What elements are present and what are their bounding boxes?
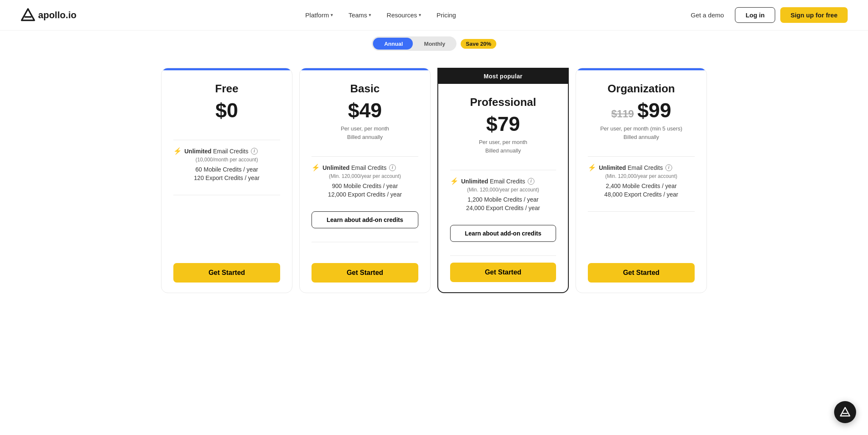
- svg-marker-0: [22, 9, 34, 20]
- lightning-icon: ⚡: [450, 177, 459, 185]
- nav-item-pricing[interactable]: Pricing: [431, 8, 462, 22]
- nav-item-teams[interactable]: Teams ▾: [342, 8, 377, 22]
- email-credit-note: (10,000/month per account): [173, 157, 280, 163]
- divider: [173, 140, 280, 140]
- lightning-icon: ⚡: [173, 147, 182, 155]
- nav-pricing-label: Pricing: [437, 11, 456, 19]
- login-button[interactable]: Log in: [735, 7, 775, 23]
- billing-toggle[interactable]: Annual Monthly: [372, 36, 456, 51]
- email-credits-label: Email Credits: [351, 164, 387, 171]
- email-credit-row: ⚡ Unlimited Email Credits i: [588, 163, 695, 172]
- email-credit-row: ⚡ Unlimited Email Credits i: [312, 163, 418, 172]
- logo-text: apollo.io: [38, 10, 76, 21]
- unlimited-label: Unlimited: [599, 164, 626, 171]
- nav-item-resources[interactable]: Resources ▾: [381, 8, 427, 22]
- unlimited-label: Unlimited: [461, 178, 488, 185]
- info-icon[interactable]: i: [528, 178, 534, 185]
- card-body-professional: Professional $79 Per user, per monthBill…: [438, 84, 568, 292]
- email-credit-note: (Min. 120,000/year per account): [450, 187, 556, 193]
- email-credits-label: Email Credits: [628, 164, 663, 171]
- email-credit-text: Unlimited Email Credits: [323, 164, 387, 171]
- email-credit-note: (Min. 120,000/year per account): [588, 173, 695, 179]
- plan-card-professional: Most popular Professional $79 Per user, …: [437, 68, 569, 293]
- popular-header: Most popular: [438, 69, 568, 84]
- price-row-basic: $49: [312, 99, 418, 122]
- email-credit-note: (Min. 120,000/year per account): [312, 173, 418, 179]
- plan-card-free: Free $0 ⚡ Unlimited Email Credits i (10,…: [161, 68, 292, 293]
- save-badge: Save 20%: [461, 39, 496, 49]
- divider: [588, 211, 695, 212]
- navbar: apollo.io Platform ▾ Teams ▾ Resources ▾…: [0, 0, 868, 30]
- divider: [173, 195, 280, 195]
- price-row-organization: $119 $99: [588, 99, 695, 122]
- lightning-icon: ⚡: [312, 163, 320, 172]
- get-started-button-basic[interactable]: Get Started: [312, 263, 418, 283]
- divider: [312, 156, 418, 157]
- price-row-free: $0: [173, 99, 280, 122]
- credits-basic: ⚡ Unlimited Email Credits i (Min. 120,00…: [312, 163, 418, 199]
- info-icon[interactable]: i: [389, 164, 396, 171]
- unlimited-label: Unlimited: [184, 148, 211, 155]
- export-credits: 48,000 Export Credits / year: [588, 191, 695, 198]
- pricing-cards: Free $0 ⚡ Unlimited Email Credits i (10,…: [137, 51, 731, 310]
- nav-actions: Get a demo Log in Sign up for free: [685, 7, 848, 23]
- mobile-credits: 1,200 Mobile Credits / year: [450, 196, 556, 203]
- plan-card-organization: Organization $119 $99 Per user, per mont…: [576, 68, 707, 293]
- export-credits: 120 Export Credits / year: [173, 175, 280, 181]
- nav-teams-label: Teams: [348, 11, 367, 19]
- export-credits: 24,000 Export Credits / year: [450, 205, 556, 211]
- email-credits-label: Email Credits: [490, 178, 525, 185]
- email-credits-label: Email Credits: [213, 148, 248, 155]
- email-credit-text: Unlimited Email Credits: [461, 178, 525, 185]
- info-icon[interactable]: i: [665, 164, 672, 171]
- price-old-organization: $119: [611, 108, 634, 120]
- email-credit-text: Unlimited Email Credits: [184, 148, 248, 155]
- mobile-credits: 900 Mobile Credits / year: [312, 183, 418, 189]
- nav-platform-label: Platform: [305, 11, 329, 19]
- chevron-down-icon: ▾: [369, 12, 371, 18]
- price-sub-basic: Per user, per monthBilled annually: [312, 125, 418, 141]
- logo[interactable]: apollo.io: [20, 8, 76, 23]
- billing-toggle-section: Annual Monthly Save 20%: [0, 30, 868, 51]
- get-demo-link[interactable]: Get a demo: [685, 8, 730, 22]
- lightning-icon: ⚡: [588, 163, 596, 172]
- divider: [588, 156, 695, 157]
- mobile-credits: 60 Mobile Credits / year: [173, 166, 280, 173]
- addon-button-professional[interactable]: Learn about add-on credits: [450, 225, 556, 242]
- plan-name-organization: Organization: [588, 82, 695, 95]
- price-sub-professional: Per user, per monthBilled annually: [450, 138, 556, 155]
- get-started-button-professional[interactable]: Get Started: [450, 263, 556, 282]
- monthly-label: Monthly: [414, 41, 455, 47]
- addon-button-basic[interactable]: Learn about add-on credits: [312, 211, 418, 228]
- email-credit-row: ⚡ Unlimited Email Credits i: [450, 177, 556, 185]
- annual-label: Annual: [373, 41, 414, 47]
- credits-free: ⚡ Unlimited Email Credits i (10,000/mont…: [173, 147, 280, 183]
- get-started-button-organization[interactable]: Get Started: [588, 263, 695, 283]
- signup-button[interactable]: Sign up for free: [780, 7, 848, 23]
- email-credit-text: Unlimited Email Credits: [599, 164, 663, 171]
- price-sub-organization: Per user, per month (min 5 users)Billed …: [588, 125, 695, 141]
- plan-name-free: Free: [173, 82, 280, 95]
- plan-name-professional: Professional: [450, 96, 556, 109]
- get-started-button-free[interactable]: Get Started: [173, 263, 280, 283]
- price-free: $0: [215, 99, 238, 122]
- plan-card-basic: Basic $49 Per user, per monthBilled annu…: [299, 68, 431, 293]
- mobile-credits: 2,400 Mobile Credits / year: [588, 183, 695, 189]
- email-credit-row: ⚡ Unlimited Email Credits i: [173, 147, 280, 155]
- credits-professional: ⚡ Unlimited Email Credits i (Min. 120,00…: [450, 177, 556, 213]
- chevron-down-icon: ▾: [419, 12, 421, 18]
- nav-item-platform[interactable]: Platform ▾: [299, 8, 339, 22]
- info-icon[interactable]: i: [251, 148, 258, 155]
- price-basic: $49: [348, 99, 382, 122]
- unlimited-label: Unlimited: [323, 164, 350, 171]
- chevron-down-icon: ▾: [331, 12, 333, 18]
- export-credits: 12,000 Export Credits / year: [312, 191, 418, 198]
- card-body-basic: Basic $49 Per user, per monthBilled annu…: [300, 70, 430, 293]
- divider: [312, 242, 418, 242]
- price-professional: $79: [486, 112, 520, 136]
- card-body-free: Free $0 ⚡ Unlimited Email Credits i (10,…: [161, 70, 292, 293]
- credits-organization: ⚡ Unlimited Email Credits i (Min. 120,00…: [588, 163, 695, 199]
- nav-links: Platform ▾ Teams ▾ Resources ▾ Pricing: [299, 8, 462, 22]
- card-body-organization: Organization $119 $99 Per user, per mont…: [576, 70, 707, 293]
- price-organization: $99: [637, 99, 671, 122]
